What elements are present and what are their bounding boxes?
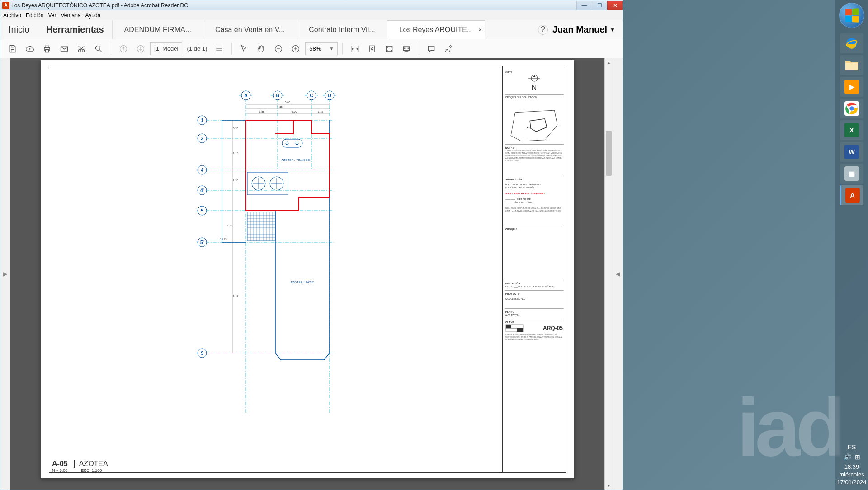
cut-button[interactable] (74, 42, 89, 56)
svg-text:5.00: 5.00 (285, 101, 290, 104)
taskbar-acrobat[interactable]: A (840, 185, 863, 205)
print-button[interactable] (39, 42, 55, 56)
file-explorer-icon (844, 58, 859, 72)
svg-text:5': 5' (200, 240, 204, 245)
selection-tool-button[interactable] (236, 42, 252, 56)
proyecto-section: PROYECTO CASA LOS REYES (505, 291, 564, 309)
save-button[interactable] (5, 42, 20, 56)
croquis2-section: CROQUIS (505, 226, 564, 280)
titlebar[interactable]: A Los Reyes ARQUITECTÓNICO AZOTEA.pdf - … (0, 0, 623, 10)
system-tray[interactable]: ES 🔊 ⊞ 18:39 miércoles 17/01/2024 (835, 443, 868, 490)
ubicacion-section: UBICACIÓN CALLE: ___ LOS REYES ESTADO DE… (505, 280, 564, 291)
pdf-page: NORTE N CROQUIS DE LOCALIZACIÓN NOTAS AC… (41, 60, 574, 478)
svg-text:1: 1 (201, 118, 203, 123)
chevron-right-icon: ▶ (3, 271, 7, 277)
read-mode-button[interactable] (399, 42, 414, 56)
menu-ayuda[interactable]: Ayuda (85, 12, 100, 19)
prev-page-button[interactable] (116, 42, 131, 56)
window-minimize-button[interactable]: — (576, 1, 592, 10)
svg-text:AZOTEA / TINACOS: AZOTEA / TINACOS (281, 159, 310, 161)
svg-text:13.95: 13.95 (220, 238, 227, 240)
acrobat-window: A Los Reyes ARQUITECTÓNICO AZOTEA.pdf - … (0, 0, 623, 490)
notas-section: NOTAS ACOTACIONES EN METROS SALVO INDICA… (505, 145, 564, 176)
tab-casa-venta[interactable]: Casa en Venta en V... (203, 20, 297, 39)
menu-ver[interactable]: Ver (48, 12, 56, 19)
nav-herramientas[interactable]: Herramientas (38, 20, 112, 39)
start-button[interactable] (839, 3, 864, 28)
taskbar-word[interactable]: W (840, 142, 863, 162)
menu-archivo[interactable]: Archivo (3, 12, 21, 19)
window-maximize-button[interactable]: ☐ (592, 1, 607, 10)
svg-text:AZOTEA / PATIO: AZOTEA / PATIO (291, 281, 315, 283)
internet-explorer-icon (844, 36, 859, 51)
scroll-down-icon[interactable]: ▼ (605, 481, 613, 490)
svg-rect-7 (369, 46, 375, 52)
fullscreen-button[interactable] (382, 42, 397, 56)
tab-los-reyes[interactable]: Los Reyes ARQUITE... × (387, 20, 486, 39)
email-button[interactable] (57, 42, 72, 56)
clock[interactable]: 18:39 miércoles 17/01/2024 (837, 463, 866, 486)
sheet-label: A-05 AZOTEA N + 9.00 ESC. 1:100 (52, 460, 108, 473)
word-icon: W (844, 145, 859, 159)
language-indicator[interactable]: ES (848, 443, 856, 451)
document-area: ▶ NORTE N CROQUIS DE LOCALIZACIÓN (0, 58, 623, 490)
svg-text:0.70: 0.70 (233, 127, 238, 130)
search-button[interactable] (91, 42, 106, 56)
simbologia-section: SIMBOLOGÍA N.P.T. NIVEL DE PISO TERMINAD… (505, 176, 564, 226)
svg-point-89 (286, 142, 288, 145)
menu-edicion[interactable]: Edición (26, 12, 43, 19)
title-block: NORTE N CROQUIS DE LOCALIZACIÓN NOTAS AC… (502, 66, 566, 472)
taskbar-media-player[interactable]: ▶ (840, 77, 863, 97)
next-page-button[interactable] (133, 42, 148, 56)
svg-text:5: 5 (201, 208, 203, 213)
comment-button[interactable] (424, 42, 439, 56)
clave-section: CLAVE ARQ-05 ESTE PLANO ES PROPIEDAD INT… (505, 319, 564, 342)
svg-text:C: C (310, 93, 313, 98)
tab-close-icon[interactable]: × (478, 26, 482, 33)
svg-rect-15 (517, 328, 523, 332)
app-icon: A (2, 2, 9, 9)
svg-rect-14 (506, 325, 511, 328)
cloud-upload-button[interactable] (22, 42, 38, 56)
network-icon[interactable]: ⊞ (855, 453, 860, 461)
zoom-out-button[interactable] (271, 42, 286, 56)
svg-text:9: 9 (201, 351, 203, 356)
windows-logo-icon (845, 8, 859, 23)
menubar: Archivo Edición Ver Ventana Ayuda (0, 10, 623, 20)
user-menu[interactable]: Juan Manuel▼ (552, 20, 623, 39)
hand-tool-button[interactable] (254, 42, 269, 56)
watermark: iad (737, 381, 841, 474)
taskbar-calculator[interactable]: ▦ (840, 164, 863, 184)
page-layout-dropdown[interactable]: [1] Model (150, 42, 182, 55)
scrollbar-thumb[interactable] (606, 131, 612, 176)
tab-contrato[interactable]: Contrato Interm Vil... (297, 20, 387, 39)
zoom-dropdown[interactable]: 58%▼ (305, 42, 338, 55)
svg-text:A: A (244, 93, 247, 98)
svg-rect-68 (247, 212, 275, 241)
taskbar-chrome[interactable] (840, 99, 863, 118)
scroll-up-icon[interactable]: ▲ (605, 58, 613, 66)
nav-inicio[interactable]: Inicio (0, 20, 38, 39)
menu-ventana[interactable]: Ventana (61, 12, 80, 19)
sign-button[interactable] (441, 42, 456, 56)
taskbar-file-explorer[interactable] (840, 55, 863, 75)
svg-text:D: D (328, 93, 331, 98)
fit-width-button[interactable] (347, 42, 363, 56)
tab-adendum[interactable]: ADENDUM FIRMA... (112, 20, 203, 39)
fit-page-button[interactable] (364, 42, 380, 56)
vertical-scrollbar[interactable]: ▲ ▼ (604, 58, 613, 490)
svg-rect-88 (282, 139, 302, 147)
media-player-icon: ▶ (844, 80, 859, 94)
windows-taskbar: ▶XW▦A ES 🔊 ⊞ 18:39 miércoles 17/01/2024 (835, 0, 868, 490)
window-close-button[interactable]: ✕ (607, 1, 623, 10)
volume-icon[interactable]: 🔊 (844, 453, 851, 461)
svg-point-11 (527, 127, 529, 128)
nav-pane-toggle[interactable]: ▶ (0, 58, 10, 490)
zoom-in-button[interactable] (288, 42, 303, 56)
taskbar-excel[interactable]: X (840, 120, 863, 140)
page-canvas[interactable]: NORTE N CROQUIS DE LOCALIZACIÓN NOTAS AC… (10, 58, 604, 490)
taskbar-internet-explorer[interactable] (840, 33, 863, 53)
help-button[interactable]: ? (538, 25, 548, 35)
tools-pane-toggle[interactable]: ◀ (613, 58, 623, 490)
thumbnails-button[interactable] (212, 42, 227, 56)
